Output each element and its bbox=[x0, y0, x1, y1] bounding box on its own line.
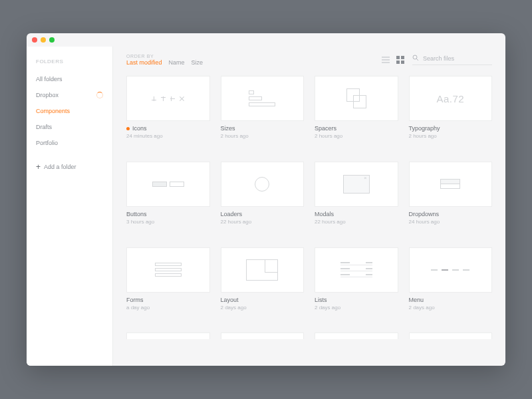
file-name: Modals bbox=[315, 211, 398, 217]
add-folder-label: Add a folder bbox=[44, 164, 76, 170]
traffic-light-close-icon[interactable] bbox=[32, 37, 37, 43]
file-grid: Icons24 minutes agoSizes2 hours agoSpace… bbox=[113, 73, 505, 366]
sidebar-item-label: Components bbox=[36, 108, 70, 114]
orderby-label: ORDER BY bbox=[126, 54, 203, 59]
search-field[interactable] bbox=[412, 55, 492, 65]
file-modified: 2 days ago bbox=[221, 305, 305, 311]
sort-option-last-modified[interactable]: Last modified bbox=[126, 59, 162, 66]
svg-rect-5 bbox=[396, 61, 400, 64]
file-thumbnail bbox=[126, 247, 210, 293]
sidebar-item-label: Drafts bbox=[36, 124, 52, 130]
svg-rect-6 bbox=[401, 61, 404, 64]
file-card[interactable]: Aa.72Typography2 hours ago bbox=[409, 76, 493, 152]
sidebar-item-components[interactable]: Components bbox=[36, 103, 103, 119]
sidebar-heading: FOLDERS bbox=[36, 59, 103, 65]
sidebar-item-label: Dropbox bbox=[36, 92, 59, 98]
file-thumbnail bbox=[409, 162, 493, 207]
main-panel: ORDER BY Last modifiedNameSize bbox=[113, 47, 505, 366]
status-dot-icon bbox=[126, 127, 130, 130]
file-card[interactable]: Formsa day ago bbox=[126, 247, 210, 324]
sidebar-item-all-folders[interactable]: All folders bbox=[36, 71, 103, 87]
file-card[interactable]: Spacers2 hours ago bbox=[315, 76, 398, 152]
sidebar: FOLDERS All foldersDropboxComponentsDraf… bbox=[27, 47, 113, 366]
file-card[interactable] bbox=[126, 332, 210, 352]
file-thumbnail bbox=[221, 332, 305, 339]
file-modified: 24 minutes ago bbox=[126, 133, 210, 139]
loading-spinner-icon bbox=[96, 92, 103, 98]
file-card[interactable]: Layout2 days ago bbox=[221, 247, 305, 324]
file-thumbnail bbox=[315, 332, 398, 339]
file-card[interactable]: Sizes2 hours ago bbox=[221, 76, 305, 152]
sidebar-item-label: Portfolio bbox=[36, 140, 58, 146]
file-card[interactable]: Menu2 days ago bbox=[409, 247, 493, 324]
sidebar-item-label: All folders bbox=[36, 76, 63, 82]
view-toggle bbox=[382, 56, 404, 64]
file-card[interactable]: Loaders22 hours ago bbox=[221, 162, 305, 238]
file-thumbnail bbox=[315, 247, 398, 293]
svg-rect-3 bbox=[396, 56, 400, 59]
sidebar-item-dropbox[interactable]: Dropbox bbox=[36, 87, 103, 103]
file-thumbnail bbox=[409, 247, 493, 293]
file-thumbnail bbox=[221, 162, 305, 207]
file-modified: 22 hours ago bbox=[221, 219, 305, 225]
orderby-block: ORDER BY Last modifiedNameSize bbox=[126, 54, 203, 66]
file-thumbnail bbox=[126, 76, 210, 121]
file-card[interactable] bbox=[315, 332, 398, 352]
file-card[interactable] bbox=[221, 332, 305, 352]
file-modified: 2 hours ago bbox=[221, 133, 305, 139]
file-card[interactable]: Dropdowns24 hours ago bbox=[409, 162, 493, 238]
app-window: FOLDERS All foldersDropboxComponentsDraf… bbox=[27, 33, 505, 366]
file-name: Spacers bbox=[315, 125, 398, 132]
file-thumbnail bbox=[221, 247, 305, 293]
svg-point-7 bbox=[413, 55, 417, 59]
file-thumbnail: Aa.72 bbox=[409, 76, 493, 121]
file-name: Typography bbox=[409, 125, 493, 132]
window-body: FOLDERS All foldersDropboxComponentsDraf… bbox=[27, 47, 505, 366]
file-name: Sizes bbox=[221, 125, 305, 132]
traffic-light-minimize-icon[interactable] bbox=[41, 37, 46, 43]
sidebar-item-drafts[interactable]: Drafts bbox=[36, 119, 103, 135]
file-modified: 22 hours ago bbox=[315, 219, 398, 225]
file-name: Lists bbox=[315, 297, 398, 303]
search-icon bbox=[412, 55, 419, 63]
file-modified: a day ago bbox=[126, 305, 210, 311]
topbar: ORDER BY Last modifiedNameSize bbox=[113, 47, 505, 73]
sort-option-size[interactable]: Size bbox=[192, 59, 203, 66]
file-card[interactable]: Modals22 hours ago bbox=[315, 162, 398, 238]
sort-option-name[interactable]: Name bbox=[169, 59, 185, 66]
file-name: Loaders bbox=[221, 211, 305, 217]
file-name: Layout bbox=[221, 297, 305, 303]
file-name: Forms bbox=[126, 297, 210, 303]
file-thumbnail bbox=[221, 76, 305, 121]
file-thumbnail bbox=[126, 332, 210, 339]
search-input[interactable] bbox=[423, 55, 492, 62]
file-name: Menu bbox=[409, 297, 493, 303]
sidebar-item-portfolio[interactable]: Portfolio bbox=[36, 135, 103, 151]
file-name: Icons bbox=[126, 125, 210, 132]
file-modified: 2 hours ago bbox=[409, 133, 493, 139]
svg-line-8 bbox=[416, 59, 418, 61]
file-thumbnail bbox=[409, 332, 493, 339]
file-thumbnail bbox=[126, 162, 210, 207]
topbar-right bbox=[382, 55, 492, 65]
traffic-light-zoom-icon[interactable] bbox=[49, 37, 55, 43]
grid-view-icon[interactable] bbox=[396, 56, 404, 64]
file-modified: 3 hours ago bbox=[126, 219, 210, 225]
file-modified: 24 hours ago bbox=[409, 219, 493, 225]
file-modified: 2 hours ago bbox=[315, 133, 398, 139]
file-name: Buttons bbox=[126, 211, 210, 217]
file-card[interactable]: Lists2 days ago bbox=[315, 247, 398, 324]
file-modified: 2 days ago bbox=[409, 305, 493, 311]
list-view-icon[interactable] bbox=[382, 57, 390, 63]
file-card[interactable]: Icons24 minutes ago bbox=[126, 76, 210, 152]
file-name: Dropdowns bbox=[409, 211, 493, 217]
svg-rect-4 bbox=[401, 56, 404, 59]
file-thumbnail bbox=[315, 162, 398, 207]
file-modified: 2 days ago bbox=[315, 305, 398, 311]
file-card[interactable]: Buttons3 hours ago bbox=[126, 162, 210, 238]
file-card[interactable] bbox=[409, 332, 493, 352]
add-folder-button[interactable]: + Add a folder bbox=[36, 163, 103, 171]
plus-icon: + bbox=[36, 163, 41, 171]
file-thumbnail bbox=[315, 76, 398, 121]
window-titlebar bbox=[27, 33, 505, 47]
